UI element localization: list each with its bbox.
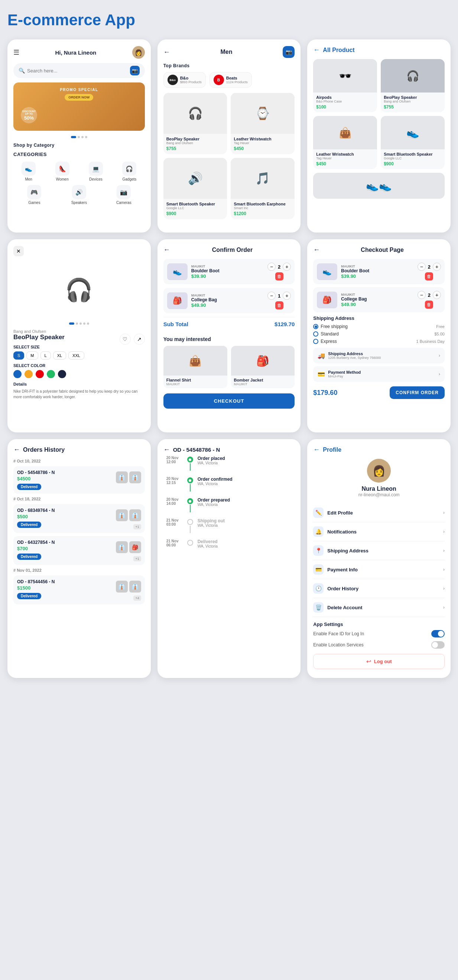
timeline-line-2 bbox=[187, 477, 193, 492]
category-speakers[interactable]: 🔊 Speakers bbox=[58, 185, 100, 205]
checkout-boot-plus[interactable]: + bbox=[433, 262, 441, 271]
order-row-3[interactable]: OD - 64327854 - N $700 Delivered 👔 🎒 +1 bbox=[13, 536, 145, 565]
color-green[interactable] bbox=[47, 370, 55, 378]
back-arrow-orders[interactable]: ← bbox=[13, 446, 20, 453]
checkout-boot-minus[interactable]: − bbox=[418, 262, 426, 271]
boot-qty-minus[interactable]: − bbox=[267, 262, 276, 271]
timeline-event-2: Order confirmed bbox=[197, 477, 295, 482]
location-toggle[interactable] bbox=[431, 641, 445, 649]
faceid-toggle[interactable] bbox=[431, 630, 445, 638]
menu-notifications[interactable]: 🔔 Notifications › bbox=[313, 522, 445, 541]
checkout-boot-delete[interactable]: 🗑 bbox=[425, 272, 433, 280]
product-wristwatch[interactable]: ⌚ Leather Wristwatch Tag Heuer $450 bbox=[231, 93, 294, 154]
bag-img: 🎒 bbox=[167, 293, 188, 309]
brand-beats[interactable]: B Beats 1124 Products bbox=[210, 72, 252, 88]
checkout-bag-delete[interactable]: 🗑 bbox=[425, 301, 433, 309]
timeline-date-1: 20 Nov 12:00 bbox=[166, 456, 183, 471]
suggest-bomber[interactable]: 🎒 Bomber Jacket MAUIKIT bbox=[231, 346, 295, 388]
category-devices[interactable]: 💻 Devices bbox=[81, 162, 111, 181]
order-1-img-1: 👔 bbox=[116, 471, 128, 483]
share-btn[interactable]: ↗ bbox=[134, 334, 145, 345]
product-bt-speaker[interactable]: 🔊 Smart Bluetooth Speaker Google LLC $90… bbox=[164, 158, 227, 219]
faceid-row: Enable Face ID for Log In bbox=[313, 630, 445, 638]
promo-dots bbox=[13, 136, 145, 138]
back-arrow-confirm[interactable]: ← bbox=[164, 246, 170, 254]
back-arrow-men[interactable]: ← bbox=[164, 48, 170, 56]
color-orange[interactable] bbox=[24, 370, 33, 378]
category-cameras[interactable]: 📷 Cameras bbox=[103, 185, 145, 205]
size-l[interactable]: L bbox=[40, 352, 51, 360]
timeline-item-5: 21 Nov 06:00 Delivered WA, Victoria bbox=[166, 539, 295, 548]
category-women[interactable]: 👠 Women bbox=[47, 162, 77, 181]
brand-bando[interactable]: B&o B&o $893 Products bbox=[164, 72, 206, 88]
back-arrow-checkout[interactable]: ← bbox=[313, 246, 320, 254]
color-red[interactable] bbox=[36, 370, 44, 378]
product-beoplay[interactable]: 🎧 BeoPlay Speaker Bang and Olufsen $755 bbox=[164, 93, 227, 154]
menu-shipping-address[interactable]: 📍 Shipping Address › bbox=[313, 541, 445, 560]
search-input[interactable] bbox=[27, 68, 127, 73]
allprod-btspeaker[interactable]: 👟 Smart Bluetooth Speaker Google LLC $90… bbox=[381, 116, 445, 169]
flannel-name: Flannel Shirt bbox=[166, 378, 224, 382]
boot-qty-plus[interactable]: + bbox=[283, 262, 291, 271]
size-xxl[interactable]: XXL bbox=[68, 352, 84, 360]
order-row-2[interactable]: OD - 68349764 - N $500 Delivered 👔 👔 +1 bbox=[13, 504, 145, 533]
checkout-bag-minus[interactable]: − bbox=[418, 291, 426, 299]
bag-delete-btn[interactable]: 🗑 bbox=[275, 301, 283, 309]
payment-info-icon: 💳 bbox=[313, 564, 324, 575]
shipping-express-label[interactable]: Express bbox=[313, 339, 337, 344]
order-now-btn[interactable]: ORDER NOW bbox=[65, 94, 93, 101]
title-dark: App bbox=[101, 11, 135, 29]
allprod-beoplay[interactable]: 🎧 BeoPlay Speaker Bang and Olufsen $755 bbox=[381, 59, 445, 112]
allprod-airpods[interactable]: 🕶️ Airpods B&o Phone Case $100 bbox=[313, 59, 377, 112]
address-card[interactable]: 🚚 Shipping Address 1205 Burberry Ave, Sy… bbox=[313, 348, 445, 363]
games-icon: 🎮 bbox=[27, 185, 41, 199]
bag-qty-plus[interactable]: + bbox=[283, 292, 291, 300]
size-s[interactable]: S bbox=[13, 352, 24, 360]
logout-btn[interactable]: ↩ Log out bbox=[313, 654, 445, 669]
ttime-4: 03:00 bbox=[166, 522, 183, 527]
menu-edit-profile[interactable]: ✏️ Edit Profile › bbox=[313, 503, 445, 522]
back-arrow-tracking[interactable]: ← bbox=[164, 446, 170, 453]
back-arrow-profile[interactable]: ← bbox=[313, 446, 320, 453]
home-header: ☰ Hi, Nura Lineon 👩 bbox=[13, 46, 145, 59]
shipping-standard-label[interactable]: Standard bbox=[313, 331, 339, 337]
category-gadgets[interactable]: 🎧 Gadgets bbox=[114, 162, 145, 181]
close-btn[interactable]: ✕ bbox=[13, 246, 24, 256]
size-xl[interactable]: XL bbox=[53, 352, 66, 360]
order-4-img-1: 👔 bbox=[116, 581, 128, 593]
checkout-btn[interactable]: CHECKOUT bbox=[164, 393, 295, 409]
wristwatch2-price: $450 bbox=[316, 161, 374, 166]
shipping-free-label[interactable]: Free shipping bbox=[313, 324, 348, 329]
back-arrow-allproduct[interactable]: ← bbox=[313, 46, 320, 54]
payment-card[interactable]: 💳 Payment Method MAUi-Pay › bbox=[313, 366, 445, 382]
men-camera-btn[interactable]: 📷 bbox=[283, 46, 294, 58]
shipping-free-value: Free bbox=[436, 324, 445, 329]
category-games[interactable]: 🎮 Games bbox=[13, 185, 55, 205]
btspeaker2-img: 👟 bbox=[381, 116, 445, 150]
menu-delete-account[interactable]: 🗑️ Delete Account › bbox=[313, 598, 445, 617]
menu-order-history[interactable]: 🕐 Order History › bbox=[313, 579, 445, 598]
color-blue[interactable] bbox=[13, 370, 22, 378]
boot-delete-btn[interactable]: 🗑 bbox=[275, 272, 283, 280]
order-row-1[interactable]: OD - 54548786 - N $4500 Delivered 👔 👔 bbox=[13, 466, 145, 494]
size-m[interactable]: M bbox=[26, 352, 38, 360]
order-row-4[interactable]: OD - 87544456 - N $1500 Delivered 👔 👔 +4 bbox=[13, 576, 145, 605]
suggest-flannel[interactable]: 👜 Flannel Shirt MAUIKIT bbox=[164, 346, 227, 388]
category-men[interactable]: 👟 Men bbox=[13, 162, 44, 181]
product-earphone[interactable]: 🎵 Smart Bluetooth Earphone Smart Inc $12… bbox=[231, 158, 294, 219]
dot-2 bbox=[78, 136, 80, 138]
speakers-icon: 🔊 bbox=[72, 185, 86, 199]
color-dark[interactable] bbox=[58, 370, 66, 378]
shipping-free-text: Free shipping bbox=[321, 324, 348, 329]
camera-icon[interactable]: 📷 bbox=[130, 66, 140, 75]
bag-qty-minus[interactable]: − bbox=[267, 292, 276, 300]
favorite-btn[interactable]: ♡ bbox=[119, 334, 131, 345]
menu-icon[interactable]: ☰ bbox=[13, 48, 19, 56]
allprod-wristwatch[interactable]: 👜 Leather Wristwatch Tag Heuer $450 bbox=[313, 116, 377, 169]
checkout-bag-plus[interactable]: + bbox=[433, 291, 441, 299]
sneakers-img: 👟👟 bbox=[313, 173, 445, 199]
allprod-sneakers[interactable]: 👟👟 bbox=[313, 173, 445, 199]
menu-payment-info[interactable]: 💳 Payment Info › bbox=[313, 560, 445, 579]
category-gadgets-label: Gadgets bbox=[122, 177, 137, 181]
confirm-order-btn[interactable]: CONFIRM ORDER bbox=[390, 387, 445, 399]
